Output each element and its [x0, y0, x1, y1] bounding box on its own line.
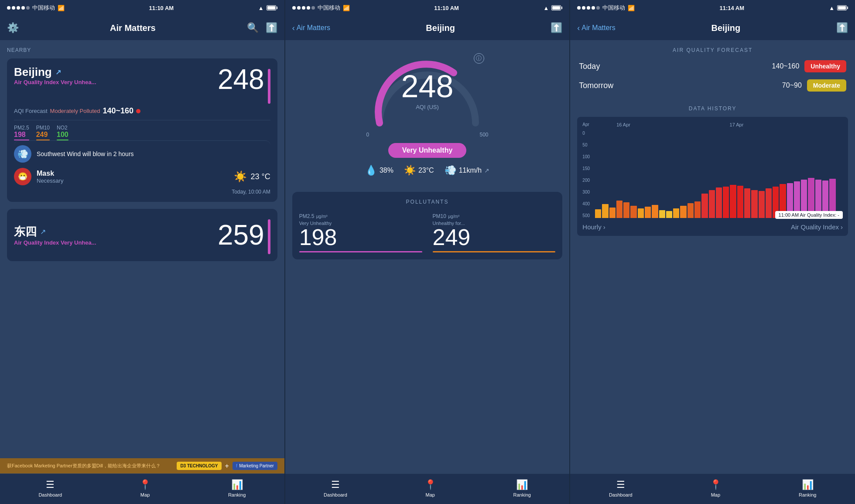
humidity-value: 38% — [380, 167, 393, 174]
today-label: Today — [579, 62, 600, 71]
chart-dates: Apr 16 Apr 17 Apr — [582, 122, 843, 127]
hourly-btn[interactable]: Hourly › — [582, 223, 605, 231]
tab-dashboard-3[interactable]: ☰ Dashboard — [609, 479, 633, 497]
gauge-value: 248 — [401, 71, 453, 102]
today-badge: Unhealthy — [804, 60, 846, 72]
ad-button[interactable]: D3 TECHNOLOGY — [177, 462, 221, 470]
tab-ranking-1[interactable]: 📊 Ranking — [228, 479, 246, 497]
ranking-icon-3: 📊 — [802, 479, 814, 490]
chart-bar — [630, 206, 636, 218]
pm10-item: PM10 249 — [36, 125, 50, 140]
tab-dashboard-label-3: Dashboard — [609, 492, 633, 497]
wind-text: Southwest Wind will blow in 2 hours — [37, 150, 134, 157]
chart-bar — [759, 191, 765, 218]
pm25-block: PM2.5 μg/m³ Very Unhealthy 198 — [299, 212, 422, 252]
status-bar-1: 中国移动 📶 11:10 AM ▲ — [0, 0, 284, 16]
map-icon-2: 📍 — [424, 479, 436, 490]
city1-aqi-value: 248 — [218, 65, 264, 93]
temp-label: 23 °C — [250, 172, 270, 181]
location-icon-2: ▲ — [543, 5, 549, 11]
back-button-2[interactable]: ‹ Air Matters — [292, 24, 330, 33]
status-right-3: ▲ — [829, 5, 848, 11]
gauge-unit: AQI (US) — [401, 104, 453, 110]
aqi-btn[interactable]: Air Quality Index › — [791, 223, 843, 231]
status-right-1: ▲ — [258, 5, 277, 11]
tab-map-1[interactable]: 📍 Map — [139, 479, 151, 497]
dashboard-icon-2: ☰ — [331, 479, 340, 490]
search-icon[interactable]: 🔍 — [247, 22, 259, 34]
status-right-2: ▲ — [543, 5, 562, 11]
back-button-3[interactable]: ‹ Air Matters — [577, 24, 615, 33]
city1-name: Beijing ↗ — [14, 65, 96, 79]
tab-bar-3: ☰ Dashboard 📍 Map 📊 Ranking — [570, 473, 855, 504]
status-bar-3: 中国移动 📶 11:14 AM ▲ — [570, 0, 855, 16]
mask-sub: Necessary — [37, 177, 63, 184]
tab-dashboard-1[interactable]: ☰ Dashboard — [38, 479, 62, 497]
tab-ranking-2[interactable]: 📊 Ranking — [513, 479, 531, 497]
mask-row: 😷 Mask Necessary ☀️ 23 °C — [14, 168, 270, 185]
city1-info: Beijing ↗ Air Quality Index Very Unhea..… — [14, 65, 96, 85]
today-range: 140~160 — [772, 62, 800, 70]
chart-bar — [737, 186, 743, 218]
chart-tooltip: 11:00 AM Air Quality Index: - — [775, 211, 843, 219]
forecast-tomorrow: Tomorrow 70~90 Moderate — [579, 79, 846, 92]
tab-dashboard-2[interactable]: ☰ Dashboard — [324, 479, 347, 497]
chart-bar — [716, 187, 722, 218]
battery-2 — [551, 5, 562, 10]
tomorrow-range: 70~90 — [782, 82, 802, 89]
time-2: 11:10 AM — [434, 5, 459, 11]
beijing-card[interactable]: Beijing ↗ Air Quality Index Very Unhea..… — [7, 58, 277, 202]
pollutants-row: PM2.5 198 PM10 249 NO2 100 — [14, 120, 270, 140]
forecast-dot — [136, 109, 140, 113]
tab-map-2[interactable]: 📍 Map — [424, 479, 436, 497]
tomorrow-label: Tomorrow — [579, 81, 613, 90]
forecast-section: AIR QUALITY FORECAST Today 140~160 Unhea… — [570, 40, 855, 106]
tab-dashboard-label-2: Dashboard — [324, 492, 347, 497]
gauge-center: 248 AQI (US) — [401, 71, 453, 110]
carrier-1: 中国移动 — [32, 4, 55, 12]
temp-item: ☀️ 23°C — [404, 165, 434, 176]
city1-forecast: AQI Forecast Moderately Polluted 140~160 — [14, 106, 270, 116]
tab-map-3[interactable]: 📍 Map — [710, 479, 722, 497]
nav-bar-3: ‹ Air Matters Beijing ⬆️ — [570, 16, 855, 40]
screen-2: 中国移动 📶 11:10 AM ▲ ‹ Air Matters Beijing … — [285, 0, 570, 504]
dongsi-card[interactable]: 东四 ↗ Air Quality Index Very Unhea... 259 — [7, 209, 277, 261]
mask-icon: 😷 — [14, 168, 31, 185]
chart-bar — [652, 205, 658, 218]
info-icon[interactable]: ⓘ — [474, 53, 484, 64]
gear-icon[interactable]: ⚙️ — [7, 22, 19, 34]
signal-dots-3 — [577, 6, 600, 10]
map-icon-1: 📍 — [139, 479, 151, 490]
wifi-icon-3: 📶 — [628, 5, 635, 11]
chart-bar — [595, 209, 601, 218]
ad-text: 获Facebook Marketing Partner资质的多盟Dill，能给出… — [7, 463, 173, 469]
location-arrow-icon: ↗ — [55, 68, 61, 76]
nearby-label: NEARBY — [7, 47, 277, 53]
share-icon-2[interactable]: ⬆️ — [551, 22, 562, 34]
location-icon-3: ▲ — [829, 5, 834, 11]
dashboard-icon-3: ☰ — [616, 479, 625, 490]
share-icon[interactable]: ⬆️ — [266, 22, 277, 34]
tab-map-label-1: Map — [140, 492, 150, 497]
pollutants-title: POLLUTANTS — [299, 199, 556, 205]
wind-icon: 💨 — [14, 145, 31, 163]
nav-bar-2: ‹ Air Matters Beijing ⬆️ — [285, 16, 570, 40]
aqi-bar-2 — [268, 219, 270, 254]
tab-bar-1: ☰ Dashboard 📍 Map 📊 Ranking — [0, 473, 284, 504]
chart-bar — [723, 187, 729, 218]
chart-bar — [638, 208, 644, 218]
signal-dots — [7, 6, 30, 10]
signal-dots-2 — [292, 6, 315, 10]
pollutants-grid: PM2.5 μg/m³ Very Unhealthy 198 PM10 μg/m… — [299, 212, 556, 252]
ad-partner-btn[interactable]: f Marketing Partner — [233, 462, 277, 470]
tab-ranking-3[interactable]: 📊 Ranking — [799, 479, 816, 497]
sun-icon: ☀️ — [234, 170, 247, 183]
status-left-1: 中国移动 📶 — [7, 4, 65, 12]
mask-label: Mask — [37, 170, 63, 177]
time-3: 11:14 AM — [719, 5, 744, 11]
chart-bar — [616, 201, 622, 218]
ad-banner[interactable]: 获Facebook Marketing Partner资质的多盟Dill，能给出… — [0, 458, 284, 473]
share-icon-3[interactable]: ⬆️ — [836, 22, 848, 34]
location-icon-1: ▲ — [258, 5, 264, 11]
tab-ranking-label-3: Ranking — [799, 492, 816, 497]
